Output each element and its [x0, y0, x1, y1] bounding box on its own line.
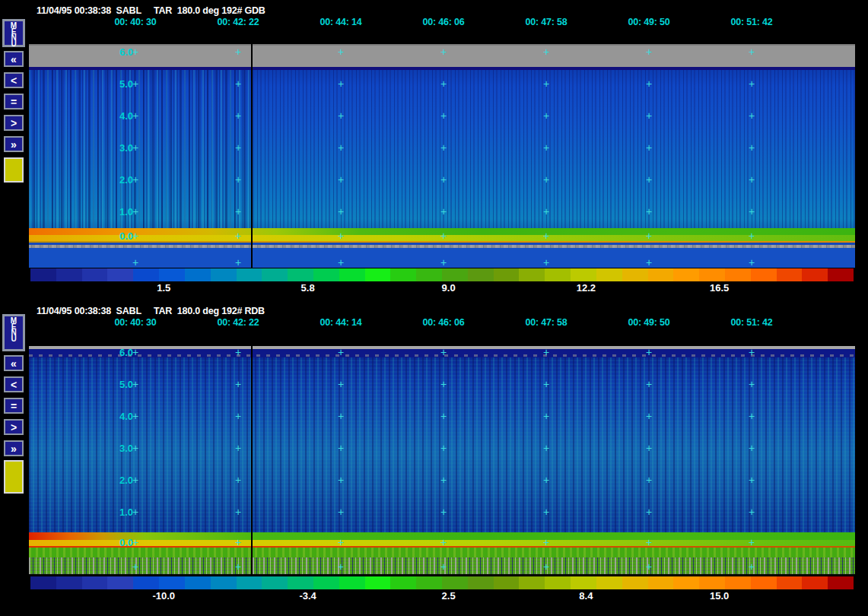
grid-plus-mark: + [338, 142, 344, 153]
colorbar-cell [365, 268, 391, 281]
grid-plus-mark: + [132, 561, 138, 572]
grid-plus-mark: + [338, 379, 344, 389]
grid-plus-mark: + [132, 411, 138, 421]
colorbar-cell [30, 576, 56, 589]
colorbar-cell [802, 268, 828, 281]
grid-plus-mark: + [646, 443, 652, 453]
colorbar-cell [133, 268, 159, 281]
grid-plus-mark: + [235, 78, 241, 89]
grid-plus-mark: + [543, 206, 549, 217]
grid-plus-mark: + [646, 78, 652, 89]
colorbar-cell [313, 576, 339, 589]
time-tick-label: 00: 42: 22 [218, 317, 259, 328]
grid-plus-mark: + [543, 257, 549, 268]
colorbar-tick-label: 5.8 [301, 282, 315, 294]
color-swatch-button[interactable] [4, 460, 24, 494]
colorbar-cell [262, 576, 288, 589]
nav-step-forward-button[interactable]: > [4, 419, 24, 435]
grid-plus-mark: + [440, 206, 447, 217]
grid-plus-mark: + [543, 411, 549, 421]
grid-plus-mark: + [749, 537, 755, 548]
colorbar-cell [185, 576, 211, 589]
tick-grid: ++++++++++++++++++++++++++++++++++++++++… [29, 44, 855, 268]
grid-plus-mark: + [749, 411, 755, 421]
colorbar-cell [622, 268, 648, 281]
grid-plus-mark: + [646, 475, 652, 485]
lidar-panel-gdb: M E N U«<=>» 11/04/95 00:38:38 SABL TAR … [0, 0, 868, 300]
colorbar-cell [339, 268, 365, 281]
grid-plus-mark: + [646, 46, 652, 57]
toolbar-rdb: M E N U«<=>» [0, 300, 29, 616]
grid-plus-mark: + [646, 411, 652, 421]
nav-fast-back-button[interactable]: « [4, 51, 24, 67]
altitude-tick-label: 6.0 [29, 347, 133, 358]
colorbar-tick-label: 1.5 [157, 282, 170, 294]
grid-plus-mark: + [338, 174, 344, 185]
altitude-tick-label: 4.0 [29, 110, 133, 122]
colorbar-cell [339, 576, 365, 589]
nav-pause-button[interactable]: = [4, 398, 24, 414]
colorbar-cell [519, 268, 545, 281]
grid-plus-mark: + [543, 230, 549, 241]
nav-pause-button[interactable]: = [4, 94, 24, 110]
colorbar-cell [133, 576, 159, 589]
colorbar-cell [802, 576, 828, 589]
grid-plus-mark: + [235, 174, 241, 185]
nav-fast-back-button[interactable]: « [4, 355, 24, 371]
colorbar-cell [494, 576, 520, 589]
menu-button[interactable]: M E N U [2, 19, 25, 47]
grid-plus-mark: + [749, 174, 755, 185]
grid-plus-mark: + [646, 230, 652, 241]
time-tick-label: 00: 49: 50 [628, 317, 670, 328]
grid-plus-mark: + [338, 230, 344, 241]
colorbar-cell [777, 576, 803, 589]
grid-plus-mark: + [749, 46, 755, 57]
time-cursor-line[interactable] [251, 346, 253, 574]
colorbar-tick-label: -3.4 [299, 590, 316, 602]
nav-step-forward-button[interactable]: > [4, 115, 24, 131]
time-axis: 00: 40: 3000: 42: 2200: 44: 1400: 46: 06… [29, 317, 855, 329]
nav-step-back-button[interactable]: < [4, 72, 24, 88]
nav-step-back-button[interactable]: < [4, 376, 24, 392]
grid-plus-mark: + [132, 78, 138, 89]
colorbar [30, 576, 854, 589]
grid-plus-mark: + [235, 110, 241, 121]
grid-plus-mark: + [132, 174, 138, 185]
grid-plus-mark: + [440, 537, 447, 548]
grid-plus-mark: + [440, 561, 447, 572]
colorbar-cell [828, 576, 854, 589]
nav-fast-forward-button[interactable]: » [4, 136, 24, 152]
grid-plus-mark: + [338, 206, 344, 217]
colorbar-cell [571, 576, 596, 589]
grid-plus-mark: + [543, 110, 549, 121]
altitude-tick-label: 2.0 [29, 475, 133, 486]
colorbar [30, 268, 854, 281]
grid-plus-mark: + [132, 110, 138, 121]
grid-plus-mark: + [749, 206, 755, 217]
grid-plus-mark: + [235, 142, 241, 153]
colorbar-cell [416, 576, 442, 589]
grid-plus-mark: + [132, 537, 138, 548]
menu-button[interactable]: M E N U [2, 314, 25, 351]
grid-plus-mark: + [543, 46, 549, 57]
grid-plus-mark: + [132, 206, 138, 217]
time-cursor-line[interactable] [251, 44, 253, 268]
grid-plus-mark: + [440, 78, 447, 89]
backscatter-plot[interactable]: ++++++++++++++++++++++++++++++++++++++++… [29, 44, 855, 268]
grid-plus-mark: + [543, 78, 549, 89]
colorbar-cell [390, 576, 416, 589]
colorbar-cell [82, 576, 108, 589]
colorbar-cell [211, 268, 237, 281]
time-tick-label: 00: 40: 30 [115, 17, 157, 27]
grid-plus-mark: + [338, 347, 344, 357]
color-swatch-button[interactable] [4, 157, 24, 183]
grid-plus-mark: + [235, 475, 241, 485]
grid-plus-mark: + [543, 537, 549, 548]
grid-plus-mark: + [646, 206, 652, 217]
colorbar-cell [107, 576, 133, 589]
backscatter-plot[interactable]: ++++++++++++++++++++++++++++++++++++++++… [29, 346, 855, 574]
grid-plus-mark: + [132, 443, 138, 453]
colorbar-cell [751, 576, 777, 589]
panel-title: 11/04/95 00:38:38 SABL TAR 180.0 deg 192… [37, 306, 265, 316]
nav-fast-forward-button[interactable]: » [4, 440, 24, 456]
